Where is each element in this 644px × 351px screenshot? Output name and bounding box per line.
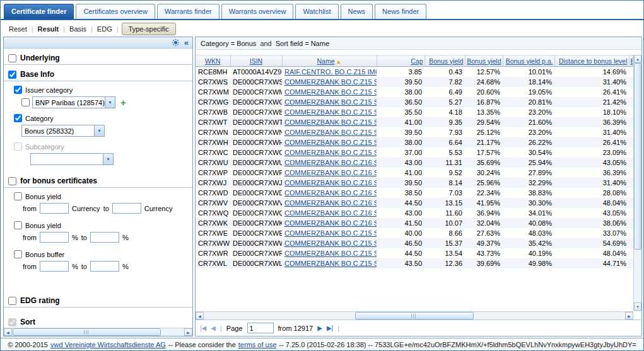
instrument-name-link[interactable]: COMMERZBANK BO.C.Z15 SYV (284, 229, 377, 237)
from-input[interactable] (40, 203, 69, 214)
issuer-category-checkbox[interactable] (14, 86, 22, 94)
column-header-bonus-yield-p-a[interactable]: Bonus yield p.a. (503, 55, 554, 67)
instrument-name-link[interactable]: COMMERZBANK BO.C.Z15 SYV (284, 88, 377, 96)
last-page-icon[interactable]: ▶| (327, 325, 333, 331)
dropdown-arrow-icon[interactable]: ▼ (105, 97, 115, 108)
company-link[interactable]: vwd Vereinigte Wirtschaftsdienste AG (50, 341, 166, 348)
to-input[interactable] (112, 203, 141, 214)
subtab-basis[interactable]: Basis (65, 24, 91, 34)
table-row[interactable]: CR7XWPDE000CR7XWP5COMMERZBANK BO.C.Z16 S… (196, 168, 633, 178)
instrument-name-link[interactable]: COMMERZBANK BO.C.Z15 SYV (284, 129, 377, 136)
add-issuer-icon[interactable]: + (120, 98, 126, 106)
instrument-name-link[interactable]: COMMERZBANK BO.C.Z15 SYV (284, 98, 377, 106)
table-row[interactable]: CR7XWDDE000CR7XWD1COMMERZBANK BO.C.Z16 S… (196, 188, 633, 198)
instrument-name-link[interactable]: COMMERZBANK BO.C.Z16 SYV (284, 199, 377, 207)
table-row[interactable]: CR7XWRDE000CR7XWR1COMMERZBANK BO.C.Z15 S… (196, 248, 633, 258)
to-input[interactable] (90, 232, 119, 243)
table-row[interactable]: CR7XWKDE000CR7XWK6COMMERZBANK BO.C.Z16 S… (196, 218, 633, 228)
underlying-checkbox[interactable] (8, 54, 16, 62)
scrollbar-thumb[interactable] (13, 328, 161, 336)
bonus-buffer-checkbox[interactable] (14, 250, 22, 258)
table-row[interactable]: CR7XWUDE000CR7XWU5COMMERZBANK BO.C.Z16 S… (196, 158, 633, 168)
column-header-bonus-yield[interactable]: Bonus yield (465, 55, 503, 67)
scroll-right-icon[interactable]: ▶ (184, 328, 192, 336)
instrument-name-link[interactable]: COMMERZBANK BO.C.Z16 SYV (284, 219, 377, 227)
subtab-reset[interactable]: Reset (4, 24, 32, 34)
scroll-left-icon[interactable]: ◀ (4, 328, 12, 336)
table-row[interactable]: CR7XWEDE000CR7XWE9COMMERZBANK BO.C.Z15 S… (196, 228, 633, 238)
tab-news[interactable]: News (341, 4, 373, 19)
scrollbar-thumb[interactable] (634, 63, 641, 250)
instrument-name-link[interactable]: COMMERZBANK BO.C.Z15 SYV (284, 118, 377, 126)
table-row[interactable]: CR7XWNDE000CR7XWN0COMMERZBANK BO.C.Z15 S… (196, 127, 633, 137)
scroll-right-icon[interactable]: ▶ (625, 312, 633, 319)
tab-certificates-overview[interactable]: Certificates overview (76, 4, 155, 19)
from-input[interactable] (40, 261, 69, 272)
sort-checkbox[interactable] (8, 318, 16, 326)
issuer-dropdown[interactable]: BNP Paribas (128574) ▼ (32, 96, 115, 108)
scrollbar-thumb[interactable] (355, 312, 473, 319)
subtab-type-specific[interactable]: Type-specific (122, 23, 176, 35)
first-page-icon[interactable]: |◀ (200, 325, 206, 331)
table-row[interactable]: CR7XWCDE000CR7XWC3COMMERZBANK BO.C.Z15 S… (196, 147, 633, 158)
edg-rating-checkbox[interactable] (8, 297, 16, 305)
table-row[interactable]: CR7XWHDE000CR7XWH2COMMERZBANK BO.C.Z15 S… (196, 137, 633, 147)
page-input[interactable] (247, 323, 274, 333)
instrument-name-link[interactable]: COMMERZBANK BO.C.Z16 SYV (284, 169, 377, 176)
table-horizontal-scrollbar[interactable]: ◀ ▶ (196, 311, 633, 319)
settings-gear-icon[interactable] (172, 38, 180, 47)
tab-certificate-finder[interactable]: Certificate finder (4, 4, 74, 19)
next-page-icon[interactable]: ▶ (317, 325, 322, 331)
instrument-name-link[interactable]: COMMERZBANK BO.C.Z15 SYV (284, 139, 377, 146)
table-row[interactable]: RCE8MHAT0000A14VZ9RAIF.CENTRO. BO.C.Z15 … (196, 67, 633, 77)
instrument-name-link[interactable]: COMMERZBANK BO.C.Z15 SYV (284, 250, 377, 257)
category-checkbox[interactable] (14, 114, 22, 122)
issuer-option-checkbox[interactable] (21, 98, 30, 106)
base-info-checkbox[interactable] (8, 71, 16, 79)
to-input[interactable] (90, 261, 119, 272)
column-header-wkn[interactable]: WKN (196, 55, 230, 67)
table-row[interactable]: CR7XWJDE000CR7XWJ8COMMERZBANK BO.C.Z16 S… (196, 178, 633, 188)
collapse-panel-icon[interactable]: « (184, 38, 189, 47)
bonus-yield-checkbox[interactable] (14, 192, 22, 200)
instrument-name-link[interactable]: COMMERZBANK BO.C.Z15 SYV (284, 78, 377, 86)
instrument-name-link[interactable]: COMMERZBANK BO.C.Z16 SYV (284, 189, 377, 197)
prev-page-icon[interactable]: ◀ (211, 325, 216, 331)
subcategory-checkbox[interactable] (14, 142, 22, 151)
category-dropdown[interactable]: Bonus (258332) ▼ (21, 125, 105, 137)
table-row[interactable]: CR7XWWDE000CR7XWW1COMMERZBANK BO.C.Z15 S… (196, 238, 633, 248)
instrument-name-link[interactable]: COMMERZBANK BO.C.Z16 SYV (284, 209, 377, 217)
table-vertical-scrollbar[interactable]: ▲ ▼ (633, 55, 641, 311)
table-row[interactable]: CR7XWVDE000CR7XWV3COMMERZBANK BO.C.Z16 S… (196, 198, 633, 208)
instrument-name-link[interactable]: COMMERZBANK BO.C.Z15 SYV (284, 149, 377, 156)
bonus-yield-checkbox[interactable] (14, 221, 22, 229)
instrument-name-link[interactable]: COMMERZBANK BO.C.Z16 SYV (284, 179, 377, 187)
subtab-edg[interactable]: EDG (93, 24, 117, 34)
scrollbar-track[interactable] (12, 328, 184, 336)
column-header-distance-to-bonus-level[interactable]: Distance to bonus level (554, 55, 629, 67)
instrument-name-link[interactable]: RAIF.CENTRO. BO.C.Z15 IMO (284, 68, 377, 76)
column-header-cap[interactable]: Cap (377, 55, 424, 67)
instrument-name-link[interactable]: COMMERZBANK BO.C.Z15 SYV (284, 108, 377, 116)
column-header-name[interactable]: Name▲ (282, 55, 377, 67)
dropdown-arrow-icon[interactable]: ▼ (94, 125, 104, 136)
scrollbar-track[interactable] (634, 63, 641, 302)
from-input[interactable] (40, 232, 69, 243)
tab-warrants-overview[interactable]: Warrants overview (221, 4, 294, 19)
terms-of-use-link[interactable]: terms of use (238, 341, 277, 348)
column-header-bonus-yield[interactable]: Bonus yield (424, 55, 465, 67)
subcategory-dropdown[interactable]: ▼ (30, 153, 114, 165)
column-header-isin[interactable]: ISIN (230, 55, 282, 67)
instrument-name-link[interactable]: COMMERZBANK BO.C.Z15 SYV (284, 260, 377, 267)
scroll-down-icon[interactable]: ▼ (634, 302, 641, 311)
tab-warrants-finder[interactable]: Warrants finder (157, 4, 220, 19)
table-row[interactable]: CR7XWMDE000CR7XWM2COMMERZBANK BO.C.Z15 S… (196, 87, 633, 97)
dropdown-arrow-icon[interactable]: ▼ (103, 154, 113, 164)
table-row[interactable]: CR7XWSDE000CR7XWS9COMMERZBANK BO.C.Z15 S… (196, 77, 633, 87)
tab-watchlist[interactable]: Watchlist (295, 4, 338, 19)
tab-news-finder[interactable]: News finder (375, 4, 426, 19)
scrollbar-track[interactable] (204, 312, 625, 319)
table-row[interactable]: CR7XWBDE000CR7XWB5COMMERZBANK BO.C.Z15 S… (196, 107, 633, 117)
sidebar-horizontal-scrollbar[interactable]: ◀ ▶ (4, 328, 192, 336)
table-row[interactable]: CR7XWLDE000CR7XWL4COMMERZBANK BO.C.Z15 S… (196, 258, 633, 268)
